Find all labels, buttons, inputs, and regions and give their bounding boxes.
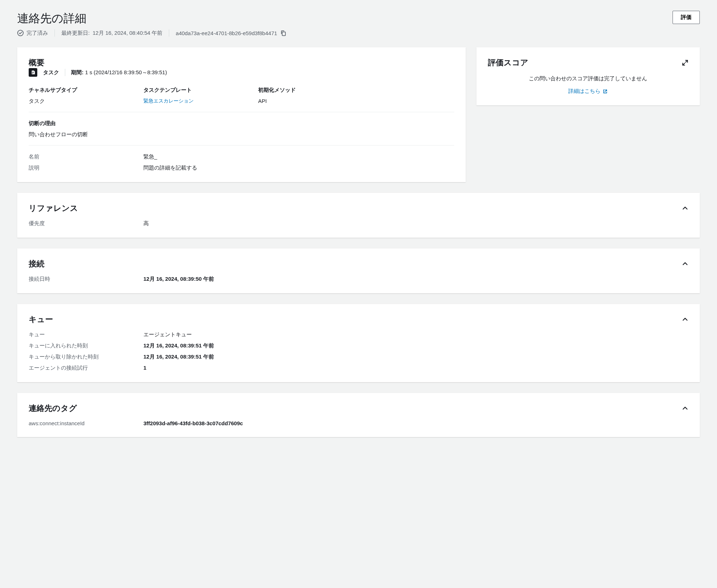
expand-icon[interactable]: [682, 60, 688, 66]
duration-label: 期間:: [71, 69, 84, 75]
channel-subtype-value: タスク: [29, 98, 136, 105]
channel-subtype-label: チャネルサブタイプ: [29, 87, 136, 94]
queue-panel: キュー キュー エージェントキュー キューに入れられた時刻 12月 16, 20…: [17, 304, 700, 382]
init-method-value: API: [258, 98, 454, 104]
tag-value: 3ff2093d-af96-43fd-b038-3c07cdd7609c: [143, 420, 243, 426]
evaluate-button[interactable]: 評価: [673, 11, 700, 24]
chevron-up-icon[interactable]: [682, 316, 688, 323]
score-panel: 評価スコア この問い合わせのスコア評価は完了していません 詳細はこちら: [476, 47, 700, 105]
init-method-label: 初期化メソッド: [258, 87, 454, 94]
divider: [169, 29, 169, 37]
enqueue-time-value: 12月 16, 2024, 08:39:51 午前: [143, 342, 214, 349]
agent-attempts-value: 1: [143, 365, 146, 371]
connection-panel: 接続 接続日時 12月 16, 2024, 08:39:50 午前: [17, 248, 700, 293]
divider: [54, 29, 55, 37]
task-template-link[interactable]: 緊急エスカレーション: [143, 98, 251, 104]
meta-row: 完了済み 最終更新日: 12月 16, 2024, 08:40:54 午前 a4…: [17, 29, 700, 37]
tags-title: 連絡先のタグ: [29, 403, 77, 414]
status-complete-icon: [17, 30, 24, 36]
contact-id: a40da73a-ee24-4701-8b26-e59d3f8b4471: [176, 30, 277, 36]
description-label: 説明: [29, 165, 143, 171]
disconnect-reason-label: 切断の理由: [29, 120, 454, 127]
disconnect-reason-value: 問い合わせフローの切断: [29, 131, 454, 138]
connected-at-value: 12月 16, 2024, 08:39:50 午前: [143, 276, 214, 283]
duration-value: 1 s (2024/12/16 8:39:50～8:39:51): [85, 69, 167, 75]
status-text: 完了済み: [27, 30, 48, 37]
last-updated-value: 12月 16, 2024, 08:40:54 午前: [92, 30, 162, 37]
tags-panel: 連絡先のタグ aws:connect:instanceId 3ff2093d-a…: [17, 393, 700, 437]
name-value: 緊急_: [143, 153, 157, 160]
chevron-up-icon[interactable]: [682, 405, 688, 412]
description-value: 問題の詳細を記載する: [143, 165, 197, 171]
queue-label: キュー: [29, 331, 143, 338]
dequeue-time-label: キューから取り除かれた時刻: [29, 354, 143, 360]
svg-rect-2: [32, 72, 34, 72]
connection-title: 接続: [29, 259, 44, 269]
svg-rect-4: [32, 73, 33, 74]
overview-title: 概要: [29, 57, 454, 68]
task-label: タスク: [43, 69, 59, 76]
divider: [65, 69, 65, 76]
queue-value: エージェントキュー: [143, 331, 192, 338]
external-link-icon: [603, 89, 608, 94]
svg-rect-3: [32, 72, 34, 73]
copy-icon[interactable]: [280, 30, 286, 36]
reference-title: リファレンス: [29, 203, 78, 214]
score-details-link-text: 詳細はこちら: [568, 88, 600, 95]
score-title: 評価スコア: [488, 57, 528, 68]
priority-value: 高: [143, 220, 149, 227]
queue-title: キュー: [29, 314, 53, 325]
overview-panel: 概要 タスク 期間: 1 s (2024/12/16 8:39:50～8:39:…: [17, 47, 466, 182]
reference-panel: リファレンス 優先度 高: [17, 193, 700, 238]
name-label: 名前: [29, 153, 143, 160]
connected-at-label: 接続日時: [29, 276, 143, 283]
page-title: 連絡先の詳細: [17, 11, 86, 27]
agent-attempts-label: エージェントの接続試行: [29, 365, 143, 371]
task-icon: [29, 68, 37, 77]
priority-label: 優先度: [29, 220, 143, 227]
dequeue-time-value: 12月 16, 2024, 08:39:51 午前: [143, 354, 214, 360]
score-message: この問い合わせのスコア評価は完了していません: [488, 75, 688, 82]
task-template-label: タスクテンプレート: [143, 87, 251, 94]
enqueue-time-label: キューに入れられた時刻: [29, 342, 143, 349]
tag-key: aws:connect:instanceId: [29, 420, 143, 426]
svg-rect-1: [282, 32, 285, 35]
chevron-up-icon[interactable]: [682, 205, 688, 212]
chevron-up-icon[interactable]: [682, 261, 688, 267]
last-updated-label: 最終更新日:: [61, 30, 90, 37]
score-details-link[interactable]: 詳細はこちら: [568, 88, 608, 95]
